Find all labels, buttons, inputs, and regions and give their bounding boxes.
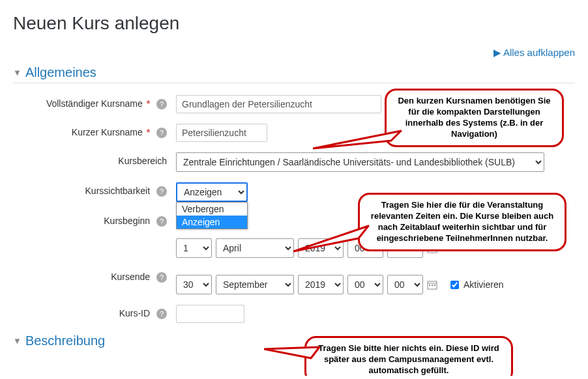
enddate-enable-checkbox[interactable] (450, 281, 459, 289)
svg-rect-11 (432, 285, 433, 286)
visibility-select[interactable]: Anzeigen (176, 182, 248, 202)
startdate-year-select[interactable]: 2019 (298, 238, 344, 258)
courseid-input[interactable] (176, 305, 244, 323)
callout-courseid: Tragen Sie bitte hier nichts ein. Diese … (304, 336, 513, 376)
help-icon[interactable]: ? (156, 128, 167, 138)
category-label: Kursbereich (118, 156, 167, 166)
help-icon[interactable]: ? (156, 216, 167, 227)
svg-rect-10 (429, 285, 430, 286)
help-icon[interactable]: ? (156, 272, 167, 283)
help-icon[interactable]: ? (156, 186, 167, 197)
calendar-icon[interactable] (427, 279, 437, 290)
callout-shortname: Den kurzen Kursnamen benötigen Sie für d… (385, 89, 564, 147)
startdate-label: Kursbeginn (104, 216, 150, 226)
section-description-title: Beschreibung (25, 333, 105, 348)
enddate-label: Kursende (111, 272, 150, 282)
startdate-month-select[interactable]: April (216, 238, 294, 258)
visibility-option-show[interactable]: Anzeigen (177, 216, 247, 229)
page-title: Neuen Kurs anlegen (13, 13, 575, 34)
visibility-label: Kurssichtbarkeit (85, 186, 151, 196)
section-general-title: Allgemeines (25, 65, 96, 80)
svg-rect-12 (434, 285, 435, 286)
startdate-day-select[interactable]: 1 (176, 238, 212, 258)
fullname-label: Vollständiger Kursname (46, 98, 143, 109)
category-select[interactable]: Zentrale Einrichtungen / Saarländische U… (176, 152, 544, 172)
help-icon[interactable]: ? (156, 309, 167, 319)
enddate-hour-select[interactable]: 00 (347, 275, 383, 294)
required-icon: * (147, 127, 150, 137)
enddate-year-select[interactable]: 2019 (298, 275, 344, 294)
enddate-day-select[interactable]: 30 (176, 275, 212, 294)
visibility-dropdown: Verbergen Anzeigen (176, 202, 248, 229)
shortname-input[interactable] (176, 124, 267, 142)
shortname-label: Kurzer Kursname (72, 127, 143, 137)
enddate-enable-label: Aktivieren (463, 279, 503, 290)
courseid-label: Kurs-ID (119, 308, 150, 318)
section-general-header[interactable]: ▼ Allgemeines (13, 65, 575, 83)
help-icon[interactable]: ? (156, 99, 167, 109)
fullname-input[interactable] (176, 95, 381, 113)
visibility-option-hide[interactable]: Verbergen (177, 203, 247, 216)
chevron-down-icon: ▼ (13, 68, 22, 77)
expand-all-link[interactable]: ▶ Alles aufklappen (493, 47, 575, 58)
enddate-month-select[interactable]: September (216, 275, 294, 294)
enddate-minute-select[interactable]: 00 (387, 275, 423, 294)
chevron-down-icon: ▼ (13, 336, 22, 346)
required-icon: * (147, 98, 150, 109)
chevron-right-icon: ▶ (493, 47, 501, 58)
callout-dates: Tragen Sie hier die für die Veranstaltun… (358, 193, 566, 251)
